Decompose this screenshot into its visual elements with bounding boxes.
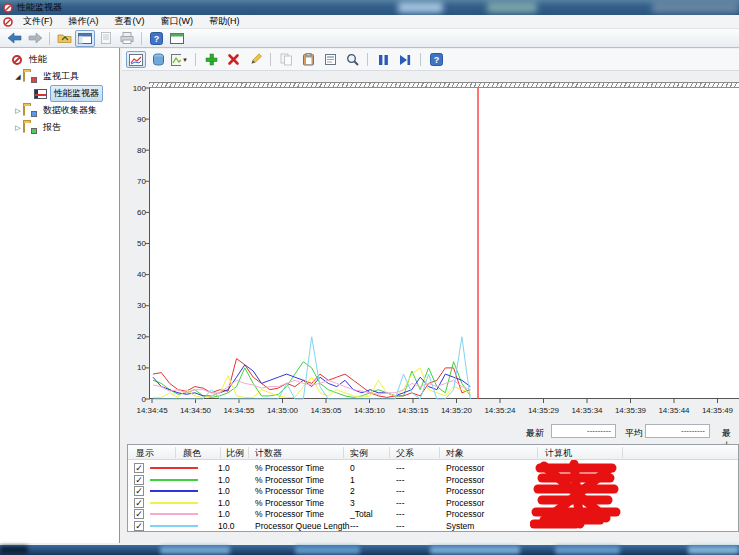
legend-row-4[interactable]: ✓1.0% Processor Time_Total---Processor <box>128 508 738 520</box>
toolbar-separator <box>420 53 421 66</box>
legend-column-header-3[interactable]: 计数器 <box>255 447 282 460</box>
menu-item-3[interactable]: 窗口(W) <box>153 15 202 28</box>
properties-icon[interactable] <box>320 51 340 68</box>
folder-report-icon <box>23 122 36 133</box>
header-separator <box>537 447 538 458</box>
toolbar-separator <box>270 53 271 66</box>
cell-object: Processor <box>446 474 484 486</box>
show-checkbox[interactable]: ✓ <box>134 521 144 531</box>
taskbar-item[interactable] <box>160 546 230 554</box>
y-tick-label: 60 <box>121 208 146 217</box>
cell-counter: Processor Queue Length <box>255 520 350 532</box>
titlebar-blur-artifact <box>398 2 443 13</box>
forward-icon[interactable] <box>25 30 45 47</box>
header-separator <box>389 447 390 458</box>
legend-row-3[interactable]: ✓1.0% Processor Time3---Processor <box>128 497 738 509</box>
legend-column-header-7[interactable]: 计算机 <box>545 447 572 460</box>
cell-instance: 2 <box>350 485 355 497</box>
sidebar-item-1[interactable]: ◢监视工具 <box>0 68 119 85</box>
cell-object: Processor <box>446 485 484 497</box>
legend-column-header-4[interactable]: 实例 <box>350 447 368 460</box>
help-icon[interactable]: ? <box>426 51 446 68</box>
color-swatch <box>150 525 198 527</box>
show-checkbox[interactable]: ✓ <box>134 498 144 508</box>
back-icon[interactable] <box>4 30 24 47</box>
show-console-tree-icon[interactable] <box>75 30 95 47</box>
new-window-icon[interactable] <box>167 30 187 47</box>
legend-column-header-0[interactable]: 显示 <box>136 447 154 460</box>
performance-chart: 14:34:4514:34:5014:34:5514:35:0014:35:05… <box>149 88 739 420</box>
show-checkbox[interactable]: ✓ <box>134 475 144 485</box>
legend-column-header-6[interactable]: 对象 <box>446 447 464 460</box>
collapsed-expander-icon[interactable]: ▷ <box>13 124 23 132</box>
sidebar-item-4[interactable]: ▷报告 <box>0 119 119 136</box>
taskbar-item[interactable] <box>430 546 520 554</box>
paste-counter-list-icon[interactable] <box>298 51 318 68</box>
copy-properties-icon[interactable] <box>276 51 296 68</box>
cell-object: Processor <box>446 462 484 474</box>
expanded-expander-icon[interactable]: ◢ <box>13 73 23 81</box>
sidebar-item-0[interactable]: 性能 <box>0 51 119 68</box>
cell-scale: 1.0 <box>218 462 230 474</box>
console-tree: 性能◢监视工具性能监视器▷数据收集器集▷报告 <box>0 48 120 543</box>
export-list-icon[interactable] <box>96 30 116 47</box>
legend-row-2[interactable]: ✓1.0% Processor Time2---Processor <box>128 485 738 497</box>
performance-monitor-pane: ▼ <box>121 48 739 543</box>
show-checkbox[interactable]: ✓ <box>134 463 144 473</box>
legend-header-row: 显示颜色比例计数器实例父系对象计算机 <box>128 445 738 460</box>
y-tick-label: 90 <box>121 115 146 124</box>
title-bar[interactable]: 性能监视器 <box>0 0 739 15</box>
menu-item-2[interactable]: 查看(V) <box>107 15 153 28</box>
print-icon[interactable] <box>117 30 137 47</box>
view-log-data-icon[interactable] <box>148 51 168 68</box>
window-title: 性能监视器 <box>17 1 62 14</box>
legend-row-5[interactable]: ✓10.0Processor Queue Length------System <box>128 520 738 532</box>
taskbar-item[interactable] <box>295 546 360 554</box>
y-tick-label: 70 <box>121 177 146 186</box>
sidebar-item-3[interactable]: ▷数据收集器集 <box>0 102 119 119</box>
menu-item-1[interactable]: 操作(A) <box>61 15 107 28</box>
cell-counter: % Processor Time <box>255 497 324 509</box>
titlebar-blur-artifact <box>487 2 537 13</box>
cell-scale: 1.0 <box>218 508 230 520</box>
menu-item-0[interactable]: 文件(F) <box>15 15 61 28</box>
cell-scale: 1.0 <box>218 474 230 486</box>
sidebar-item-label: 监视工具 <box>39 68 83 85</box>
legend-column-header-5[interactable]: 父系 <box>396 447 414 460</box>
cell-parent: --- <box>396 497 405 509</box>
collapsed-expander-icon[interactable]: ▷ <box>13 107 23 115</box>
taskbar-item[interactable] <box>0 546 28 554</box>
zoom-icon[interactable] <box>342 51 362 68</box>
update-data-icon[interactable] <box>395 51 415 68</box>
taskbar-item[interactable] <box>555 546 620 554</box>
show-checkbox[interactable]: ✓ <box>134 486 144 496</box>
console-window-icon[interactable] <box>3 17 13 27</box>
sidebar-item-2[interactable]: 性能监视器 <box>0 85 119 102</box>
help-icon[interactable]: ? <box>146 30 166 47</box>
svg-text:14:35:00: 14:35:00 <box>267 406 299 415</box>
delete-counter-icon[interactable] <box>223 51 243 68</box>
add-counter-icon[interactable] <box>201 51 221 68</box>
freeze-display-icon[interactable] <box>373 51 393 68</box>
color-swatch <box>150 467 198 469</box>
highlight-icon[interactable] <box>245 51 265 68</box>
show-checkbox[interactable]: ✓ <box>134 509 144 519</box>
perfmon-window: 性能监视器 文件(F)操作(A)查看(V)窗口(W)帮助(H) <box>0 0 739 555</box>
open-log-icon[interactable] <box>54 30 74 47</box>
menu-item-4[interactable]: 帮助(H) <box>201 15 248 28</box>
chart-type-dropdown-icon[interactable]: ▼ <box>170 51 190 68</box>
perfmon-node-icon <box>12 55 22 65</box>
svg-text:?: ? <box>433 55 439 65</box>
sidebar-item-label: 性能监视器 <box>50 85 103 102</box>
toolbar-separator <box>141 32 142 45</box>
cell-parent: --- <box>396 462 405 474</box>
legend-row-0[interactable]: ✓1.0% Processor Time0---Processor <box>128 462 738 474</box>
legend-column-header-2[interactable]: 比例 <box>226 447 244 460</box>
taskbar[interactable] <box>0 545 739 555</box>
legend-row-1[interactable]: ✓1.0% Processor Time1---Processor <box>128 474 738 486</box>
legend-column-header-1[interactable]: 颜色 <box>183 447 201 460</box>
taskbar-item[interactable] <box>688 546 739 554</box>
y-tick-label: 10 <box>121 363 146 372</box>
svg-text:14:35:29: 14:35:29 <box>528 406 560 415</box>
view-graph-icon[interactable] <box>126 51 146 68</box>
